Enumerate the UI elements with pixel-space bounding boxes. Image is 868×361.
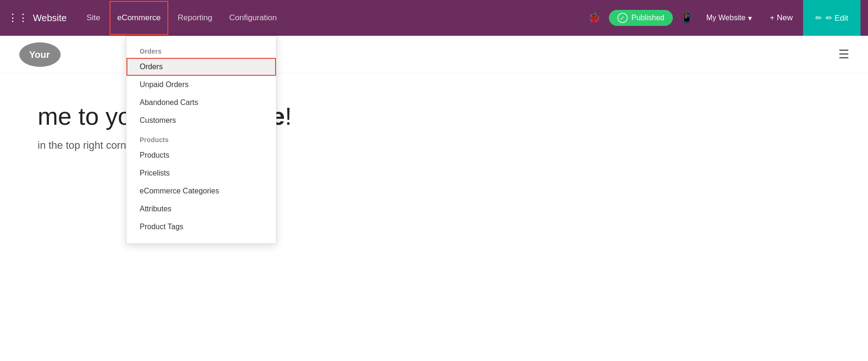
edit-icon: ✏	[815, 13, 822, 23]
orders-section-header: Orders	[126, 41, 276, 58]
dropdown-item-customers[interactable]: Customers	[126, 112, 276, 129]
dropdown-item-product-tags[interactable]: Product Tags	[126, 218, 276, 236]
navbar: ⋮⋮ Website Site eCommerce Reporting Conf…	[0, 0, 868, 36]
homepage-title-suffix: !	[285, 103, 292, 130]
svg-text:Your: Your	[29, 49, 50, 60]
nav-item-configuration[interactable]: Configuration	[221, 0, 285, 36]
hamburger-icon[interactable]: ☰	[838, 47, 849, 62]
my-website-button[interactable]: My Website ▾	[701, 14, 758, 23]
published-check-icon: ✓	[617, 13, 628, 23]
dropdown-item-unpaid-orders[interactable]: Unpaid Orders	[126, 76, 276, 94]
logo-image: Your	[19, 41, 61, 67]
edit-button[interactable]: ✏ ✏ Edit	[803, 0, 860, 36]
chevron-down-icon: ▾	[748, 14, 752, 23]
dropdown-item-attributes[interactable]: Attributes	[126, 200, 276, 218]
ecommerce-dropdown: Orders Orders Unpaid Orders Abandoned Ca…	[126, 36, 276, 244]
new-button[interactable]: + New	[761, 9, 801, 26]
brand-label[interactable]: Website	[33, 13, 67, 24]
dropdown-item-pricelists[interactable]: Pricelists	[126, 164, 276, 182]
dropdown-item-abandoned-carts[interactable]: Abandoned Carts	[126, 94, 276, 112]
bug-icon[interactable]: 🐞	[588, 12, 600, 24]
nav-item-reporting[interactable]: Reporting	[169, 0, 221, 36]
edit-label: ✏ Edit	[826, 13, 848, 23]
mobile-icon[interactable]: 📱	[680, 12, 693, 24]
website-logo: Your	[19, 41, 61, 67]
products-section-header: Products	[126, 129, 276, 146]
published-label: Published	[631, 14, 664, 22]
nav-item-ecommerce[interactable]: eCommerce	[109, 0, 169, 36]
dropdown-item-ecommerce-categories[interactable]: eCommerce Categories	[126, 182, 276, 200]
published-badge[interactable]: ✓ Published	[609, 10, 673, 26]
nav-item-site[interactable]: Site	[78, 0, 109, 36]
grid-icon[interactable]: ⋮⋮	[8, 12, 28, 24]
dropdown-item-orders[interactable]: Orders	[126, 58, 276, 76]
dropdown-item-products[interactable]: Products	[126, 146, 276, 164]
